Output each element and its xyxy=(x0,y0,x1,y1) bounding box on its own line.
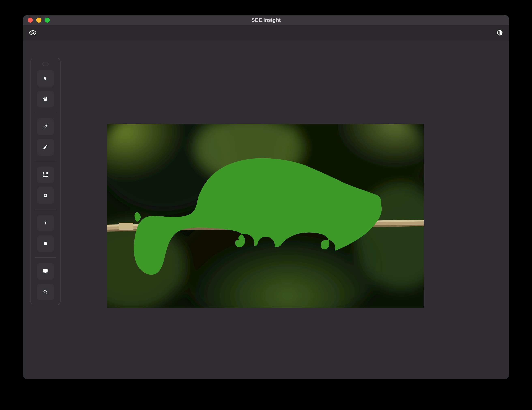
svg-rect-6 xyxy=(47,176,48,177)
hand-icon xyxy=(43,96,48,102)
rectangle-tool[interactable] xyxy=(37,187,54,204)
cursor-icon xyxy=(43,76,48,81)
eyedropper-icon xyxy=(43,124,48,129)
tool-separator xyxy=(35,257,56,258)
bounding-box-tool[interactable] xyxy=(37,166,54,183)
chameleon-mask xyxy=(134,158,382,275)
canvas-foreground xyxy=(107,124,424,308)
tool-panel xyxy=(30,57,61,305)
eye-icon xyxy=(29,29,37,37)
text-icon xyxy=(43,221,48,226)
svg-point-0 xyxy=(32,32,34,34)
cursor-tool[interactable] xyxy=(37,70,54,87)
pencil-icon xyxy=(43,145,48,150)
svg-point-9 xyxy=(44,290,47,293)
svg-rect-4 xyxy=(47,173,48,173)
svg-rect-5 xyxy=(43,176,44,177)
tool-separator xyxy=(35,161,56,161)
close-window-button[interactable] xyxy=(28,18,33,23)
app-window: SEE Insight xyxy=(23,15,509,379)
pan-tool[interactable] xyxy=(37,91,54,107)
svg-rect-8 xyxy=(44,243,47,245)
svg-rect-3 xyxy=(43,173,44,173)
stop-icon xyxy=(43,241,48,246)
pencil-tool[interactable] xyxy=(37,139,54,155)
search-tool[interactable] xyxy=(37,284,54,300)
eyedropper-tool[interactable] xyxy=(37,118,54,135)
traffic-lights xyxy=(28,18,50,23)
tool-separator xyxy=(35,113,56,113)
view-visibility-button[interactable] xyxy=(29,29,37,37)
rectangle-outline-icon xyxy=(43,193,48,198)
window-title: SEE Insight xyxy=(23,17,509,23)
contrast-icon xyxy=(496,30,503,36)
text-tool[interactable] xyxy=(37,215,54,231)
drag-handle-icon[interactable] xyxy=(43,61,48,67)
canvas[interactable] xyxy=(107,124,424,308)
maximize-window-button[interactable] xyxy=(45,18,50,23)
titlebar: SEE Insight xyxy=(23,15,509,25)
svg-line-10 xyxy=(46,292,47,293)
svg-rect-7 xyxy=(44,194,47,197)
theme-toggle-button[interactable] xyxy=(496,30,503,36)
content-area xyxy=(23,40,509,379)
search-icon xyxy=(43,289,48,294)
comment-icon xyxy=(43,269,48,274)
minimize-window-button[interactable] xyxy=(36,18,41,23)
top-toolbar xyxy=(23,25,509,40)
bounding-box-icon xyxy=(43,172,48,178)
svg-rect-18 xyxy=(119,223,133,229)
comment-tool[interactable] xyxy=(37,263,54,280)
tool-separator xyxy=(35,209,56,210)
stop-tool[interactable] xyxy=(37,235,54,252)
